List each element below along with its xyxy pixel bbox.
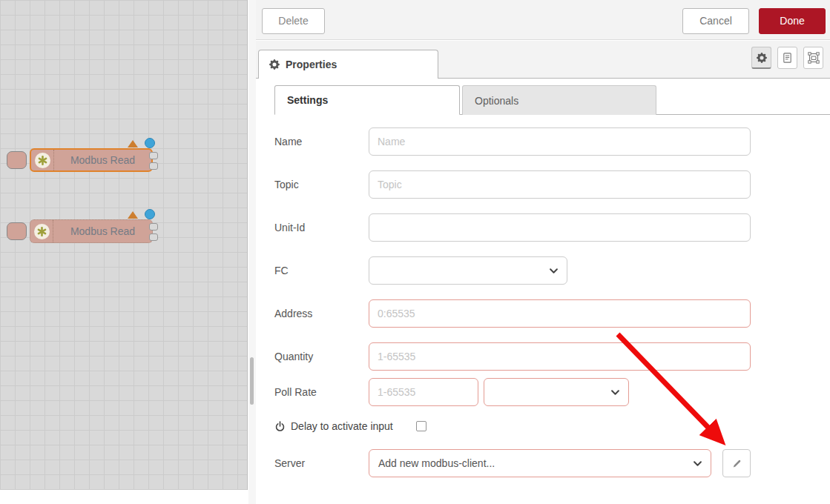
fc-label: FC — [274, 265, 369, 276]
unit-id-input[interactable] — [369, 213, 751, 242]
asterisk-icon — [34, 224, 50, 239]
node-button[interactable] — [7, 151, 27, 169]
error-triangle-icon — [128, 140, 138, 147]
tray-gutter — [248, 0, 256, 504]
properties-view-button[interactable] — [751, 47, 771, 69]
output-port[interactable] — [149, 233, 158, 241]
edit-tray: Delete Cancel Done Properties — [256, 0, 830, 504]
address-label: Address — [274, 308, 369, 319]
delay-checkbox[interactable] — [416, 421, 426, 431]
chevron-down-icon — [611, 390, 619, 395]
node-icon-section — [30, 220, 53, 242]
pencil-icon — [731, 458, 742, 469]
quantity-row: Quantity — [274, 342, 830, 371]
quantity-input[interactable] — [369, 342, 751, 371]
asterisk-icon — [35, 153, 50, 168]
node-label: Modbus Read — [54, 154, 151, 166]
poll-rate-unit-select[interactable] — [484, 378, 629, 406]
poll-rate-label: Poll Rate — [274, 386, 369, 398]
delay-label-group: Delay to activate input — [274, 420, 393, 432]
tray-header: Properties — [256, 41, 830, 79]
properties-tab-label: Properties — [286, 59, 337, 70]
error-triangle-icon — [128, 211, 138, 219]
tray-toolbar: Delete Cancel Done — [256, 0, 830, 40]
server-select[interactable]: Add new modbus-client... — [369, 449, 711, 477]
output-port[interactable] — [149, 223, 158, 231]
address-input[interactable] — [369, 299, 751, 328]
poll-rate-input[interactable] — [369, 378, 478, 406]
power-icon — [274, 421, 286, 432]
fc-row: FC — [274, 256, 830, 285]
chevron-down-icon — [550, 268, 558, 273]
changed-dot-icon — [145, 138, 155, 148]
appearance-icon — [808, 52, 820, 64]
flow-canvas[interactable]: Modbus Read Modbus Read — [0, 0, 248, 490]
modbus-read-node[interactable]: Modbus Read — [7, 219, 164, 243]
chevron-down-icon — [694, 461, 702, 466]
name-input[interactable] — [369, 127, 751, 156]
scrollbar-thumb[interactable] — [250, 357, 254, 405]
gear-icon — [757, 53, 767, 63]
topic-label: Topic — [274, 179, 369, 190]
name-row: Name — [274, 127, 830, 156]
header-icon-buttons — [751, 47, 823, 69]
tab-optionals[interactable]: Optionals — [462, 85, 656, 115]
topic-row: Topic — [274, 170, 830, 199]
modbus-read-node[interactable]: Modbus Read — [7, 148, 164, 172]
server-label: Server — [274, 457, 369, 469]
edit-form: Settings Optionals Name Topic Unit-Id FC — [256, 79, 830, 504]
topic-input[interactable] — [369, 170, 751, 199]
unit-id-row: Unit-Id — [274, 213, 830, 242]
properties-tab[interactable]: Properties — [258, 50, 438, 79]
description-button[interactable] — [777, 47, 797, 69]
fc-select[interactable] — [369, 256, 567, 285]
appearance-button[interactable] — [803, 47, 823, 69]
edit-server-button[interactable] — [722, 449, 751, 477]
node-body[interactable]: Modbus Read — [30, 148, 153, 172]
quantity-label: Quantity — [274, 351, 369, 362]
changed-dot-icon — [145, 209, 155, 219]
server-select-value: Add new modbus-client... — [378, 457, 495, 469]
cancel-button[interactable]: Cancel — [682, 8, 749, 34]
delete-button[interactable]: Delete — [262, 8, 325, 34]
output-port[interactable] — [149, 152, 158, 159]
gear-icon — [269, 59, 280, 70]
description-icon — [782, 52, 793, 64]
node-icon-section — [31, 150, 54, 170]
delay-row: Delay to activate input — [274, 417, 830, 436]
done-button[interactable]: Done — [759, 8, 826, 34]
unit-id-label: Unit-Id — [274, 222, 369, 233]
node-body[interactable]: Modbus Read — [30, 219, 153, 243]
tab-settings[interactable]: Settings — [274, 85, 460, 115]
delay-label: Delay to activate input — [291, 420, 393, 432]
node-button[interactable] — [7, 222, 27, 240]
edit-tabs: Settings Optionals — [274, 85, 830, 115]
server-row: Server Add new modbus-client... — [274, 449, 830, 477]
name-label: Name — [274, 136, 369, 147]
address-row: Address — [274, 299, 830, 328]
output-port[interactable] — [149, 162, 158, 170]
node-label: Modbus Read — [53, 225, 152, 237]
poll-rate-row: Poll Rate — [274, 378, 830, 406]
